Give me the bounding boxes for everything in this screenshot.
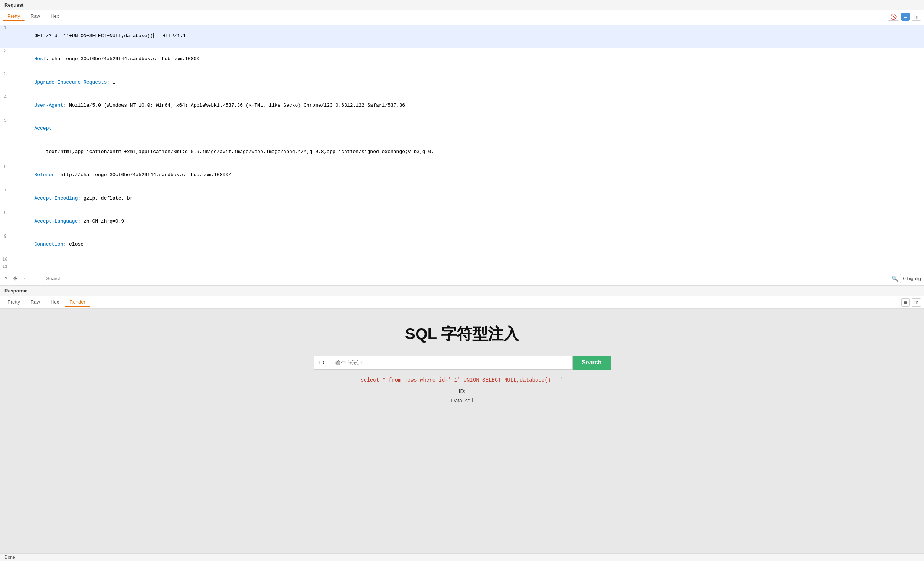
line-num-9: 9 xyxy=(0,233,11,241)
code-key: Connection xyxy=(34,242,63,247)
search-icon: 🔍 xyxy=(892,275,898,281)
line-num-2: 2 xyxy=(0,48,11,55)
data-result: Data: sqli xyxy=(451,396,472,405)
request-header: Request xyxy=(0,0,924,11)
line-num-1: 1 xyxy=(0,24,11,32)
line-content-8: Accept-Language: zh-CN,zh;q=0.9 xyxy=(11,210,924,233)
line-content-3: Upgrade-Insecure-Requests: 1 xyxy=(11,71,924,94)
code-text: : 1 xyxy=(106,80,115,85)
request-tabs: Pretty Raw Hex xyxy=(3,12,63,21)
tab-raw-response[interactable]: Raw xyxy=(26,298,45,307)
response-ln-icon[interactable]: ln xyxy=(912,298,921,307)
render-search-button[interactable]: Search xyxy=(573,355,610,370)
response-toolbar-icons: ≡ ln xyxy=(902,298,921,307)
line-num-8: 8 xyxy=(0,210,11,217)
line-content-4: User-Agent: Mozilla/5.0 (Windows NT 10.0… xyxy=(11,94,924,117)
code-text: : xyxy=(52,126,55,131)
line-num-4: 4 xyxy=(0,94,11,101)
code-key: Upgrade-Insecure-Requests xyxy=(34,80,106,85)
code-text: text/html,application/xhtml+xml,applicat… xyxy=(34,149,434,155)
code-line-9: 9 Connection: close xyxy=(0,233,924,256)
code-line-3: 3 Upgrade-Insecure-Requests: 1 xyxy=(0,71,924,94)
tab-render-response[interactable]: Render xyxy=(65,298,90,307)
response-tabs: Pretty Raw Hex Render xyxy=(3,298,90,307)
request-code-area: 1 GET /?id=-1'+UNION+SELECT+NULL,databas… xyxy=(0,23,924,272)
response-section: Response Pretty Raw Hex Render ≡ ln SQL … xyxy=(0,286,924,553)
help-icon[interactable]: ? xyxy=(3,275,9,282)
settings-icon[interactable]: ⚙ xyxy=(11,275,19,283)
code-line-10: 10 xyxy=(0,256,924,263)
request-title: Request xyxy=(4,2,23,8)
search-toolbar: ? ⚙ ← → 🔍 0 highlig xyxy=(0,272,924,285)
line-content-2: Host: challenge-30cf0be74a529f44.sandbox… xyxy=(11,48,924,71)
tab-raw-request[interactable]: Raw xyxy=(26,12,45,21)
code-line-11: 11 xyxy=(0,263,924,271)
code-text: GET /?id=-1'+UNION+SELECT+NULL,database(… xyxy=(34,33,153,39)
sql-query-display: select * from news where id='-1' UNION S… xyxy=(360,377,563,383)
code-text: : challenge-30cf0be74a529f44.sandbox.ctf… xyxy=(46,56,200,62)
request-section: Request Pretty Raw Hex 🚫 ≡ ln 1 GET /?id… xyxy=(0,0,924,286)
code-line-5: 5 Accept: xyxy=(0,117,924,140)
code-key: Accept-Language xyxy=(34,218,78,224)
highlight-count: 0 highlig xyxy=(903,276,921,281)
ln-icon[interactable]: ln xyxy=(912,13,921,21)
line-num-5: 5 xyxy=(0,117,11,125)
line-content-9: Connection: close xyxy=(11,233,924,256)
forward-icon[interactable]: → xyxy=(32,275,40,282)
response-header: Response xyxy=(0,286,924,296)
tab-hex-response[interactable]: Hex xyxy=(46,298,63,307)
code-line-5b: text/html,application/xhtml+xml,applicat… xyxy=(0,140,924,164)
id-result: ID: xyxy=(451,387,472,396)
code-key: Host xyxy=(34,56,46,62)
request-toolbar-icons: 🚫 ≡ ln xyxy=(888,13,921,21)
code-text: : http://challenge-30cf0be74a529f44.sand… xyxy=(55,172,231,177)
line-content-5: Accept: xyxy=(11,117,924,140)
response-list-icon[interactable]: ≡ xyxy=(902,298,909,307)
code-text: : zh-CN,zh;q=0.9 xyxy=(78,218,124,224)
code-line-6: 6 Referer: http://challenge-30cf0be74a52… xyxy=(0,164,924,186)
id-label: ID xyxy=(314,355,330,370)
code-line-8: 8 Accept-Language: zh-CN,zh;q=0.9 xyxy=(0,210,924,233)
line-content-5b: text/html,application/xhtml+xml,applicat… xyxy=(11,140,924,164)
response-title: Response xyxy=(4,288,27,293)
line-num-10: 10 xyxy=(0,256,11,263)
line-content-6: Referer: http://challenge-30cf0be74a529f… xyxy=(11,164,924,186)
code-line-1: 1 GET /?id=-1'+UNION+SELECT+NULL,databas… xyxy=(0,24,924,48)
code-text: : close xyxy=(63,242,84,247)
eye-slash-icon[interactable]: 🚫 xyxy=(888,13,899,21)
code-key: Referer xyxy=(34,172,55,177)
back-icon[interactable]: ← xyxy=(21,275,30,282)
tab-hex-request[interactable]: Hex xyxy=(46,12,63,21)
list-icon[interactable]: ≡ xyxy=(902,13,909,21)
line-num-11: 11 xyxy=(0,263,11,271)
code-key: Accept xyxy=(34,126,52,131)
id-search-input[interactable] xyxy=(330,355,573,370)
code-line-2: 2 Host: challenge-30cf0be74a529f44.sandb… xyxy=(0,48,924,71)
code-text: : Mozilla/5.0 (Windows NT 10.0; Win64; x… xyxy=(63,102,405,108)
code-key: Accept-Encoding xyxy=(34,196,78,201)
response-tabs-bar: Pretty Raw Hex Render ≡ ln xyxy=(0,296,924,309)
search-input[interactable] xyxy=(43,274,901,283)
search-form: ID Search xyxy=(314,355,610,370)
code-text: : gzip, deflate, br xyxy=(78,196,132,201)
sql-title: SQL 字符型注入 xyxy=(405,323,519,344)
tab-pretty-request[interactable]: Pretty xyxy=(3,12,24,21)
line-num-6: 6 xyxy=(0,164,11,170)
code-key: User-Agent xyxy=(34,102,63,108)
status-bar: Done xyxy=(0,553,924,561)
render-content: SQL 字符型注入 ID Search select * from news w… xyxy=(0,309,924,553)
request-tabs-bar: Pretty Raw Hex 🚫 ≡ ln xyxy=(0,11,924,23)
code-text: -- HTTP/1.1 xyxy=(154,33,186,39)
tab-pretty-response[interactable]: Pretty xyxy=(3,298,24,307)
search-input-wrapper: 🔍 xyxy=(43,274,901,283)
line-num-3: 3 xyxy=(0,71,11,78)
line-num-7: 7 xyxy=(0,187,11,194)
code-line-7: 7 Accept-Encoding: gzip, deflate, br xyxy=(0,187,924,210)
status-text: Done xyxy=(4,555,15,560)
line-content-7: Accept-Encoding: gzip, deflate, br xyxy=(11,187,924,210)
result-text: ID: Data: sqli xyxy=(451,387,472,405)
code-line-4: 4 User-Agent: Mozilla/5.0 (Windows NT 10… xyxy=(0,94,924,117)
line-content-1: GET /?id=-1'+UNION+SELECT+NULL,database(… xyxy=(11,24,924,48)
